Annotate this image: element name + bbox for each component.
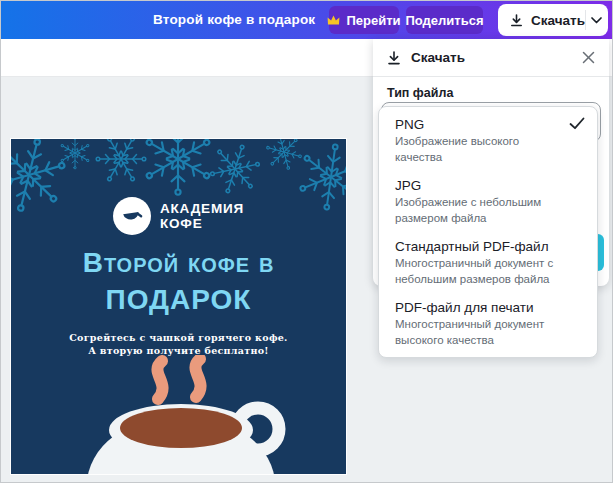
download-icon <box>386 50 402 66</box>
steam-left <box>157 361 162 399</box>
file-type-listbox: PNG Изображение высокого качества JPG Из… <box>378 106 598 358</box>
download-panel-title: Скачать <box>411 50 571 65</box>
download-panel: Скачать Тип файла PNG Изображение высоко… <box>373 39 609 286</box>
option-pdf-standard[interactable]: Стандартный PDF-файл Многостраничный док… <box>379 232 597 293</box>
poster-headline: Второй кофе в подарок <box>11 244 346 318</box>
option-name: Стандартный PDF-файл <box>395 238 585 256</box>
coffee-cup-logo-icon <box>113 197 151 235</box>
headline-line2: подарок <box>11 281 346 318</box>
steam-right <box>195 359 200 397</box>
upgrade-button[interactable]: Перейти <box>329 6 399 34</box>
option-name: JPG <box>395 177 585 195</box>
top-header-bar: Второй кофе в подарок Перейти Поделиться… <box>1 1 613 39</box>
option-description: Изображение высокого качества <box>395 134 569 165</box>
coffee-cup-illustration <box>66 355 306 474</box>
document-title[interactable]: Второй кофе в подарок <box>153 1 315 39</box>
download-panel-header: Скачать <box>373 39 609 77</box>
crown-icon <box>327 15 340 26</box>
coffee-surface <box>120 408 242 448</box>
check-icon <box>569 117 585 130</box>
option-png[interactable]: PNG Изображение высокого качества <box>379 110 597 171</box>
brand-logo: АКАДЕМИЯ КОФЕ <box>11 197 346 235</box>
option-pdf-print[interactable]: PDF-файл для печати Многостраничный доку… <box>379 293 597 354</box>
chevron-down-icon <box>591 17 602 24</box>
brand-name-line1: АКАДЕМИЯ <box>160 201 244 216</box>
app-window: Второй кофе в подарок Перейти Поделиться… <box>0 0 613 483</box>
option-jpg[interactable]: JPG Изображение с небольшим размером фай… <box>379 171 597 232</box>
option-description: Изображение с небольшим размером файла <box>395 195 585 226</box>
brand-name-line2: КОФЕ <box>160 216 244 231</box>
option-name: PNG <box>395 116 569 134</box>
subtext-line1: Согрейтесь с чашкой горячего кофе. <box>11 331 346 344</box>
option-name: PDF-файл для печати <box>395 299 585 317</box>
share-button-label: Поделиться <box>405 13 483 28</box>
design-canvas-page[interactable]: АКАДЕМИЯ КОФЕ Второй кофе в подарок Согр… <box>11 139 346 474</box>
share-button[interactable]: Поделиться <box>406 6 483 34</box>
headline-line1: Второй кофе в <box>11 244 346 281</box>
poster-subtext: Согрейтесь с чашкой горячего кофе. А вто… <box>11 331 346 357</box>
option-description: Многостраничный документ с небольшим раз… <box>395 256 585 287</box>
close-icon[interactable] <box>580 50 596 66</box>
download-menu-toggle[interactable] <box>586 4 608 36</box>
download-button-label: Скачать <box>531 13 585 28</box>
upgrade-button-label: Перейти <box>346 13 400 28</box>
download-button[interactable]: Скачать <box>498 4 585 36</box>
download-icon <box>509 13 524 28</box>
option-description: Многостраничный документ высокого качест… <box>395 317 585 348</box>
download-split-button: Скачать <box>498 4 608 36</box>
